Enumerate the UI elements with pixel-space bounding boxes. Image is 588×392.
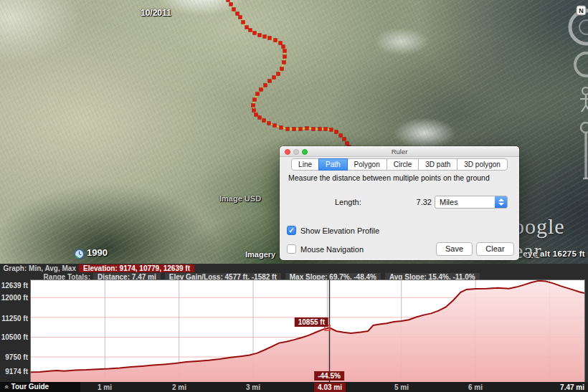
navigation-controls[interactable]: N — [545, 4, 588, 183]
length-value: 7.32 — [394, 198, 432, 206]
save-button[interactable]: Save — [436, 242, 473, 256]
clear-button[interactable]: Clear — [476, 242, 514, 256]
gain-loss-stat-chip: Elev Gain/Loss: 4577 ft, -1582 ft — [165, 273, 281, 281]
range-totals-label: Range Totals: — [0, 273, 93, 281]
elevation-chart-svg — [31, 280, 584, 382]
length-label: Length: — [335, 198, 361, 206]
historical-imagery-year-label[interactable]: 1990 — [87, 247, 108, 258]
imagery-date-label: 10/2011 — [141, 8, 171, 18]
measure-description: Measure the distance between multiple po… — [288, 173, 490, 182]
tab-3d-path[interactable]: 3D path — [418, 158, 457, 171]
elevation-chart-plot[interactable] — [31, 280, 584, 382]
ytick-10500: 10500 ft — [0, 333, 28, 341]
historical-imagery-icon[interactable] — [75, 249, 84, 259]
ytick-12639: 12639 ft — [0, 282, 28, 290]
cursor-slope-chip: -44.5% — [314, 371, 344, 381]
xtick-747mi: 7.47 mi — [560, 383, 584, 392]
max-slope-stat-chip: Max Slope: 69.7%, -48.4% — [285, 273, 381, 281]
xtick-1mi: 1 mi — [98, 383, 112, 392]
google-earth-window: 10/2011 1990 Image USD Imagery oogle ear… — [0, 0, 588, 392]
tour-guide-label: Tour Guide — [11, 383, 49, 391]
mouse-navigation-checkbox[interactable] — [287, 244, 296, 254]
graph-label: Graph: Min, Avg, Max — [0, 264, 79, 272]
tab-line[interactable]: Line — [291, 158, 319, 171]
cursor-elevation-chip: 10855 ft — [295, 317, 328, 327]
ytick-9750: 9750 ft — [0, 353, 28, 361]
elevation-area — [31, 281, 584, 382]
pegman-icon — [580, 87, 588, 112]
show-elevation-profile-label: Show Elevation Profile — [300, 226, 379, 235]
avg-slope-stat-chip: Avg Slope: 15.4%, -11.0% — [385, 273, 480, 281]
units-dropdown[interactable]: Miles — [435, 196, 508, 209]
ruler-tabs: Line Path Polygon Circle 3D path 3D poly… — [280, 158, 519, 171]
graph-header-row: Graph: Min, Avg, Max Elevation: 9174, 10… — [0, 264, 199, 272]
ytick-11250: 11250 ft — [0, 315, 28, 322]
xtick-2mi: 2 mi — [172, 383, 186, 392]
distance-stat-chip: Distance: 7.47 mi — [93, 273, 161, 281]
tab-path[interactable]: Path — [318, 158, 348, 171]
tour-guide-bar[interactable]: «Tour Guide — [0, 382, 80, 392]
measure-path-line — [228, 0, 349, 147]
xtick-6mi: 6 mi — [468, 383, 483, 392]
dialog-title: Ruler — [280, 148, 519, 156]
tab-3d-polygon[interactable]: 3D polygon — [457, 158, 508, 171]
imagery-attribution-label: Image USD — [219, 194, 261, 203]
xtick-5mi: 5 mi — [394, 383, 409, 392]
ruler-dialog: Ruler Line Path Polygon Circle 3D path 3… — [280, 146, 519, 260]
zoom-slider — [581, 123, 588, 178]
xtick-3mi: 3 mi — [246, 383, 260, 392]
show-elevation-profile-checkbox[interactable]: ✓ — [287, 226, 296, 235]
elevation-profile-panel: Graph: Min, Avg, Max Elevation: 9174, 10… — [0, 264, 588, 392]
units-selected-value: Miles — [440, 198, 458, 206]
chart-x-axis — [0, 382, 588, 392]
range-totals-row: Range Totals: Distance: 7.47 mi Elev Gai… — [0, 273, 484, 281]
expand-chevrons-icon: « — [1, 385, 11, 389]
mouse-navigation-label: Mouse Navigation — [300, 245, 364, 254]
measure-path-points — [227, 0, 351, 149]
compass-ring-icon — [570, 11, 588, 44]
north-badge-letter: N — [579, 7, 584, 14]
ytick-9174: 9174 ft — [0, 368, 28, 376]
imagery-credit-label: Imagery — [245, 250, 275, 259]
move-joystick-icon — [575, 53, 588, 76]
dropdown-stepper-icon — [495, 196, 507, 208]
ytick-12000: 12000 ft — [0, 294, 28, 302]
dialog-titlebar[interactable]: Ruler — [280, 146, 519, 157]
xtick-cursor-distance: 4.03 mi — [314, 383, 346, 392]
elevation-summary-chip: Elevation: 9174, 10779, 12639 ft — [79, 264, 194, 272]
tab-polygon[interactable]: Polygon — [347, 158, 387, 171]
eye-altitude-label: eye alt 16275 ft — [523, 249, 585, 258]
tab-circle[interactable]: Circle — [387, 158, 419, 171]
